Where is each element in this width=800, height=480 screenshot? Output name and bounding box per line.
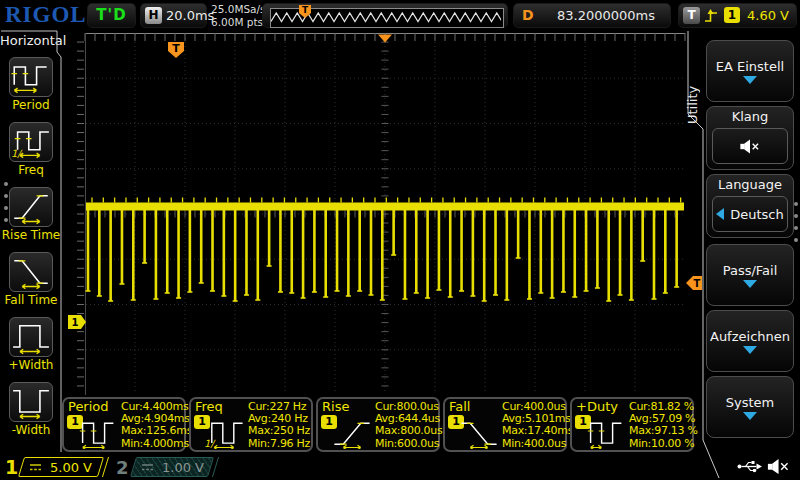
- minus-width-icon: [10, 383, 52, 421]
- menu-button-pass-fail[interactable]: Pass/Fail: [706, 244, 794, 306]
- trigger-status-box: T'D: [87, 3, 136, 28]
- trigger-level-value: 4.60 V: [747, 8, 789, 23]
- channel1-scale: 5.00 V: [50, 460, 92, 475]
- channel2-number[interactable]: 2: [116, 457, 129, 478]
- graticule: TT1: [62, 30, 710, 455]
- measurement-panel-period: Period 1 Cur:4.400ms Avg:4.904ms Max:125…: [62, 397, 186, 452]
- delay-value: 83.2000000ms: [548, 8, 664, 23]
- period-icon: [76, 413, 120, 449]
- memory-depth: 6.00M pts: [211, 16, 266, 29]
- menu-label-plus-width: +Width: [0, 358, 62, 372]
- usb-icon: [737, 459, 763, 474]
- menu-button-period[interactable]: [9, 57, 53, 97]
- trigger-status: T'D: [88, 4, 135, 27]
- freq-icon: 1/: [10, 123, 52, 161]
- menu-button-system[interactable]: System: [706, 376, 794, 438]
- menu-button-freq[interactable]: 1/: [9, 122, 53, 162]
- sample-rate: 25.0MSa/s: [211, 3, 266, 16]
- trigger-source-badge: 1: [724, 7, 740, 23]
- chevron-down-icon: [743, 76, 757, 84]
- channel2-scale: 1.00 V: [162, 460, 204, 475]
- language-value: Deutsch: [730, 207, 784, 222]
- chevron-left-icon: [716, 208, 724, 220]
- rising-edge-trigger-icon: [704, 8, 719, 24]
- menu-button-minus-width[interactable]: [9, 382, 53, 422]
- menu-label-freq: Freq: [0, 163, 62, 177]
- period-icon: [10, 58, 52, 96]
- menu-button-klang[interactable]: Klang: [706, 106, 794, 170]
- dc-coupling-icon: [141, 462, 154, 472]
- right-scroll-dot: [794, 214, 798, 218]
- left-scroll-dot: [4, 218, 8, 222]
- plus-width-icon: [10, 318, 52, 356]
- menu-label-minus-width: -Width: [0, 423, 62, 437]
- timebase-value: 20.0ms: [166, 8, 214, 23]
- measurement-panel-freq: Freq 1 1/ Cur:227 Hz Avg:240 Hz Max:250 …: [189, 397, 313, 452]
- menu-button-aufzeichnen[interactable]: Aufzeichnen: [706, 310, 794, 372]
- d-label: D: [522, 7, 534, 23]
- rise-time-icon: [330, 413, 374, 449]
- measurement-panel-rise: Rise 1 Cur:800.0us Avg:644.4us Max:800.0…: [316, 397, 440, 452]
- freq-icon: 1/: [203, 413, 247, 449]
- speaker-muted-icon: [740, 139, 760, 154]
- channel1-number[interactable]: 1: [5, 456, 18, 478]
- horizontal-center-marker-icon: [378, 35, 392, 43]
- menu-label-rise-time: Rise Time: [0, 228, 62, 242]
- dc-coupling-icon: [29, 462, 42, 472]
- right-scroll-dot: [794, 226, 798, 230]
- speaker-muted-icon: [767, 458, 789, 475]
- left-scroll-dot: [4, 182, 8, 186]
- chevron-down-icon: [743, 280, 757, 288]
- fall-time-icon: [10, 253, 52, 291]
- h-badge: H: [145, 7, 162, 24]
- channel1-status[interactable]: 5.00 V: [18, 457, 104, 477]
- sound-toggle-button[interactable]: [712, 128, 788, 164]
- waveform-preview-bar[interactable]: T: [262, 3, 508, 28]
- trigger-info-box[interactable]: T 1 4.60 V: [678, 3, 797, 28]
- right-scroll-dot: [794, 202, 798, 206]
- t-label: T: [683, 7, 700, 24]
- plus-duty-icon: [584, 413, 628, 449]
- rigol-logo: RIGOL: [5, 2, 87, 28]
- svg-text:1: 1: [72, 317, 79, 328]
- fall-time-icon: [457, 413, 501, 449]
- menu-button-fall-time[interactable]: [9, 252, 53, 292]
- oscilloscope-screen: RIGOL T'D H 20.0ms 25.0MSa/s 6.00M pts T…: [0, 0, 800, 480]
- chevron-down-icon: [743, 346, 757, 354]
- menu-label-fall-time: Fall Time: [0, 293, 62, 307]
- svg-text:T: T: [172, 42, 180, 55]
- measurement-panel-duty: +Duty 1 Cur:81.82 % Avg:57.09 % Max:97.1…: [570, 397, 694, 452]
- right-scroll-dot: [794, 238, 798, 242]
- chevron-down-icon: [743, 412, 757, 420]
- menu-button-plus-width[interactable]: [9, 317, 53, 357]
- menu-button-ea-einstell[interactable]: EA Einstell: [706, 40, 794, 102]
- horizontal-timebase-box[interactable]: H 20.0ms: [140, 3, 207, 28]
- right-menu-tab-utility[interactable]: Utility: [685, 52, 700, 124]
- measurement-panel-fall: Fall 1 Cur:400.0us Avg:5.101ms Max:17.40…: [443, 397, 567, 452]
- left-scroll-dot: [4, 206, 8, 210]
- rise-time-icon: [10, 188, 52, 226]
- menu-label-period: Period: [0, 98, 62, 112]
- menu-button-language[interactable]: Language Deutsch: [706, 174, 794, 238]
- acquisition-info: 25.0MSa/s 6.00M pts: [211, 3, 266, 28]
- menu-button-rise-time[interactable]: [9, 187, 53, 227]
- language-select-button[interactable]: Deutsch: [712, 196, 788, 232]
- channel2-status[interactable]: 1.00 V: [130, 457, 214, 477]
- left-scroll-dot: [4, 194, 8, 198]
- delay-box: D 83.2000000ms: [513, 3, 671, 28]
